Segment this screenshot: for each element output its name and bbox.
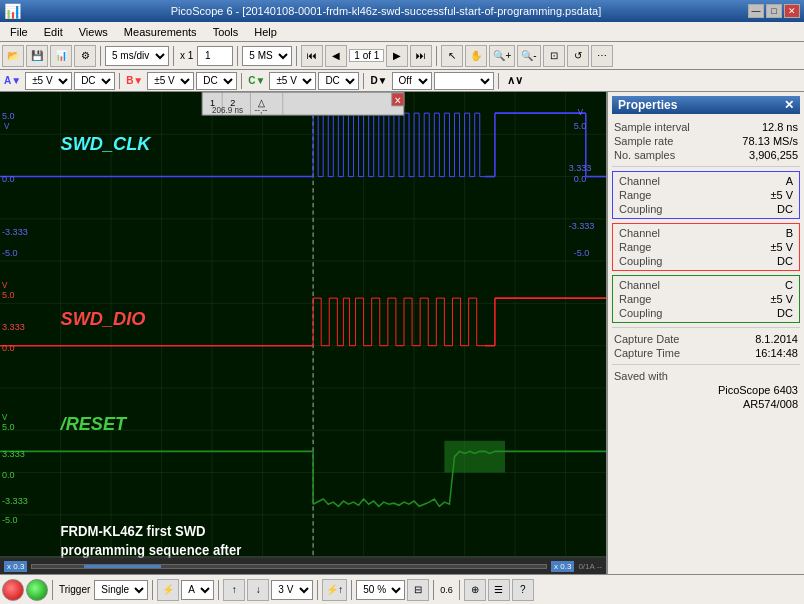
- svg-text:-5.0: -5.0: [574, 248, 590, 258]
- toolbar-sep-5: [436, 46, 437, 66]
- ch-b-range-label: Range: [619, 241, 651, 253]
- no-samples-label: No. samples: [614, 149, 675, 161]
- toolbar-sep-3: [237, 46, 238, 66]
- frame-label: 0/1A --: [578, 562, 602, 571]
- svg-text:0.0: 0.0: [2, 343, 15, 353]
- window-title: PicoScope 6 - [20140108-0001-frdm-kl46z-…: [24, 5, 748, 17]
- ch-c-channel-label: Channel: [619, 279, 660, 291]
- minimize-button[interactable]: —: [748, 4, 764, 18]
- zoom-reset-button[interactable]: ↺: [567, 45, 589, 67]
- menu-tools[interactable]: Tools: [207, 24, 245, 40]
- title-bar: 📊 PicoScope 6 - [20140108-0001-frdm-kl46…: [0, 0, 804, 22]
- extra-button[interactable]: ⋯: [591, 45, 613, 67]
- svg-text:5.0: 5.0: [2, 290, 15, 300]
- trigger-down-button[interactable]: ↓: [247, 579, 269, 601]
- properties-panel: Properties ✕ Sample interval 12.8 ns Sam…: [606, 92, 804, 574]
- svg-text:3.333: 3.333: [569, 163, 592, 173]
- ch-a-channel-row: Channel A: [617, 174, 795, 188]
- channel-c-label: C▼: [246, 75, 267, 86]
- channel-b-section: Channel B Range ±5 V Coupling DC: [612, 223, 800, 271]
- add-measurement-button[interactable]: ⊕: [464, 579, 486, 601]
- maximize-button[interactable]: □: [766, 4, 782, 18]
- svg-text:5.0: 5.0: [2, 422, 15, 432]
- toolbar-sep-1: [100, 46, 101, 66]
- zoom-in-button[interactable]: 🔍+: [489, 45, 515, 67]
- channel-d-coupling-select[interactable]: Off: [392, 72, 432, 90]
- zoom-percent-select[interactable]: 50 %: [356, 580, 405, 600]
- window-controls[interactable]: — □ ✕: [748, 4, 800, 18]
- channel-c-coupling-select[interactable]: DC: [318, 72, 359, 90]
- status-red-indicator: [2, 579, 24, 601]
- zoom-fit-status-button[interactable]: ⊟: [407, 579, 429, 601]
- timebase-select[interactable]: 5 ms/div: [105, 46, 169, 66]
- channel-bar: A▼ ±5 V DC B▼ ±5 V DC C▼ ±5 V DC D▼ Off …: [0, 70, 804, 92]
- zoom-x03-label2: x 0.3: [551, 561, 574, 572]
- close-button[interactable]: ✕: [784, 4, 800, 18]
- trigger-settings-button[interactable]: ⚡: [157, 579, 179, 601]
- no-samples-value: 3,906,255: [749, 149, 798, 161]
- next-button[interactable]: ▶: [386, 45, 408, 67]
- ch-a-channel-value: A: [786, 175, 793, 187]
- options-button[interactable]: ☰: [488, 579, 510, 601]
- menu-edit[interactable]: Edit: [38, 24, 69, 40]
- status-sep-2: [152, 580, 153, 600]
- channel-d-range-select[interactable]: [434, 72, 494, 90]
- svg-text:programming sequence after: programming sequence after: [61, 543, 242, 558]
- save-button[interactable]: 💾: [26, 45, 48, 67]
- ch-b-channel-row: Channel B: [617, 226, 795, 240]
- svg-text:FRDM-KL46Z first SWD: FRDM-KL46Z first SWD: [61, 524, 206, 539]
- settings-button[interactable]: ⚙: [74, 45, 96, 67]
- no-samples-row: No. samples 3,906,255: [612, 148, 800, 162]
- trigger-mode-select[interactable]: Single: [94, 580, 148, 600]
- zoom-track[interactable]: [31, 564, 547, 569]
- channel-a-range-select[interactable]: ±5 V: [25, 72, 72, 90]
- ch-b-coupling-value: DC: [777, 255, 793, 267]
- channel-c-range-select[interactable]: ±5 V: [269, 72, 316, 90]
- channel-b-coupling-select[interactable]: DC: [196, 72, 237, 90]
- oscilloscope-display: 1 2 △ 206.9 ns --,-- ✕ 5.0 V 0.0 -3.333 …: [0, 92, 606, 574]
- open-file-button[interactable]: 📂: [2, 45, 24, 67]
- ch-c-range-row: Range ±5 V: [617, 292, 795, 306]
- help-status-button[interactable]: ?: [512, 579, 534, 601]
- trigger-channel-select[interactable]: A: [181, 580, 214, 600]
- status-green-indicator: [26, 579, 48, 601]
- sample-rate-row: Sample rate 78.13 MS/s: [612, 134, 800, 148]
- zoom-input[interactable]: [197, 46, 233, 66]
- status-sep-4: [317, 580, 318, 600]
- sample-interval-value: 12.8 ns: [762, 121, 798, 133]
- frame-counter: 0.6: [438, 585, 455, 595]
- svg-text:-3.333: -3.333: [2, 227, 28, 237]
- menu-help[interactable]: Help: [248, 24, 283, 40]
- properties-title: Properties ✕: [612, 96, 800, 114]
- menu-file[interactable]: File: [4, 24, 34, 40]
- channel-b-range-select[interactable]: ±5 V: [147, 72, 194, 90]
- prev-frame-button[interactable]: ⏮: [301, 45, 323, 67]
- ch-c-channel-value: C: [785, 279, 793, 291]
- menu-views[interactable]: Views: [73, 24, 114, 40]
- next-frame-button[interactable]: ⏭: [410, 45, 432, 67]
- status-sep-1: [52, 580, 53, 600]
- sample-rate-value: 78.13 MS/s: [742, 135, 798, 147]
- sample-interval-label: Sample interval: [614, 121, 690, 133]
- pan-button[interactable]: ✋: [465, 45, 487, 67]
- trigger-threshold-select[interactable]: 3 V: [271, 580, 313, 600]
- samples-select[interactable]: 5 MS: [242, 46, 292, 66]
- trigger-up-button[interactable]: ↑: [223, 579, 245, 601]
- cursor-arrow-button[interactable]: ↖: [441, 45, 463, 67]
- zoom-out-button[interactable]: 🔍-: [517, 45, 540, 67]
- bar-chart-button[interactable]: 📊: [50, 45, 72, 67]
- svg-text:SWD_DIO: SWD_DIO: [61, 307, 146, 328]
- zoom-fit-button[interactable]: ⊡: [543, 45, 565, 67]
- main-area: 1 2 △ 206.9 ns --,-- ✕ 5.0 V 0.0 -3.333 …: [0, 92, 804, 574]
- properties-close-button[interactable]: ✕: [784, 98, 794, 112]
- ch-b-range-value: ±5 V: [770, 241, 793, 253]
- oscilloscope-panel[interactable]: 1 2 △ 206.9 ns --,-- ✕ 5.0 V 0.0 -3.333 …: [0, 92, 606, 574]
- trigger-type-button[interactable]: ⚡↑: [322, 579, 347, 601]
- svg-text:V: V: [2, 280, 8, 289]
- svg-text:0.0: 0.0: [574, 174, 587, 184]
- menu-measurements[interactable]: Measurements: [118, 24, 203, 40]
- prev-button[interactable]: ◀: [325, 45, 347, 67]
- svg-text:/RESET: /RESET: [60, 413, 128, 434]
- channel-d-label: D▼: [368, 75, 389, 86]
- channel-a-coupling-select[interactable]: DC: [74, 72, 115, 90]
